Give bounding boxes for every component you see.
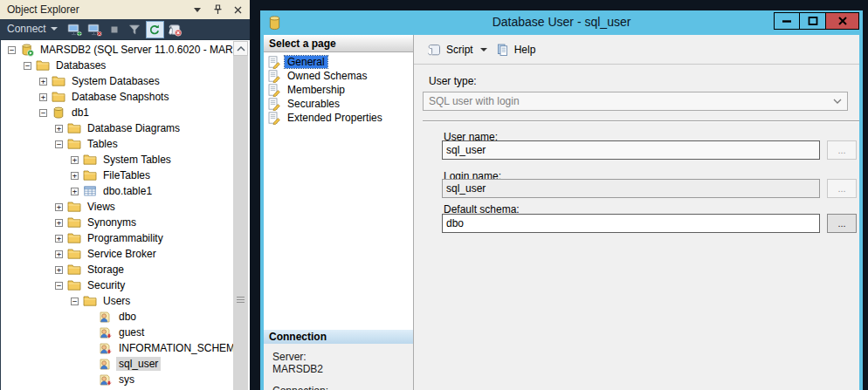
user-type-dropdown[interactable]: SQL user with login — [423, 92, 848, 111]
tree-item-users[interactable]: −Users — [1, 293, 234, 309]
expand-icon[interactable]: + — [55, 250, 63, 258]
page-item-securables[interactable]: Securables — [264, 97, 413, 111]
folder-icon — [67, 216, 81, 229]
tree-item-marsdb2-sql-server-11-0-6020-marsd[interactable]: −MARSDB2 (SQL Server 11.0.6020 - MARSD — [1, 42, 234, 58]
tree-item-label: Tables — [85, 137, 121, 151]
default-schema-browse-button[interactable]: ... — [827, 214, 857, 233]
user-off-icon — [99, 373, 113, 387]
tree-item-label: Synonyms — [85, 216, 139, 229]
tree-item-programmability[interactable]: +Programmability — [1, 230, 234, 246]
folder-icon — [67, 263, 81, 277]
database-user-dialog: Database User - sql_user Select a page G… — [260, 10, 863, 390]
tree-item-label: Users — [100, 294, 133, 308]
close-icon[interactable] — [232, 4, 243, 15]
tree-item-label: Views — [85, 200, 118, 214]
page-icon — [267, 97, 281, 111]
tree-item-label: System Tables — [100, 153, 174, 167]
maximize-button[interactable] — [800, 12, 826, 30]
help-button[interactable]: Help — [493, 40, 540, 59]
tree-item-filetables[interactable]: +FileTables — [1, 168, 234, 183]
tree-item-security[interactable]: −Security — [1, 277, 234, 293]
tree-item-label: INFORMATION_SCHEM — [116, 341, 234, 355]
tree-item-synonyms[interactable]: +Synonyms — [1, 215, 234, 230]
tree-item-label: Database Diagrams — [85, 121, 183, 135]
scroll-up-icon[interactable] — [233, 41, 248, 56]
tree-item-service-broker[interactable]: +Service Broker — [1, 246, 234, 262]
scrollbar-thumb[interactable] — [233, 56, 248, 390]
login-name-field — [442, 179, 820, 198]
expand-icon[interactable]: + — [55, 125, 63, 133]
script-button[interactable]: Script — [423, 40, 477, 59]
connection-header: Connection — [264, 330, 413, 344]
stop-icon — [106, 21, 124, 38]
close-button[interactable] — [826, 12, 859, 30]
tree-item-database-snapshots[interactable]: +Database Snapshots — [1, 89, 234, 105]
expand-icon[interactable]: + — [39, 93, 47, 101]
scrollbar-grip — [237, 297, 245, 303]
object-explorer-toolbar: Connect — [0, 19, 250, 40]
tree-item-database-diagrams[interactable]: +Database Diagrams — [1, 120, 234, 136]
collapse-icon[interactable]: − — [55, 140, 63, 148]
dialog-toolbar: Script Help — [414, 35, 859, 65]
tree-item-views[interactable]: +Views — [1, 199, 234, 215]
tree-item-label: dbo.table1 — [100, 184, 155, 198]
dialog-content: Script Help User type: SQL user with log… — [413, 35, 859, 390]
tree-item-label: guest — [116, 325, 147, 339]
expand-icon[interactable]: + — [55, 266, 63, 274]
user-type-label: User type: — [429, 75, 477, 87]
separator — [423, 120, 859, 122]
script-cancel-icon[interactable] — [166, 21, 184, 38]
page-item-owned-schemas[interactable]: Owned Schemas — [264, 69, 413, 83]
user-icon — [99, 357, 113, 371]
tree-item-system-tables[interactable]: +System Tables — [1, 152, 234, 168]
disconnect-server-icon[interactable] — [86, 21, 104, 38]
tree-item-sys[interactable]: sys — [1, 372, 234, 387]
tree-item-dbo-table1[interactable]: +dbo.table1 — [1, 183, 234, 199]
server-icon — [20, 43, 34, 57]
folder-icon — [83, 153, 97, 167]
tree-scrollbar[interactable] — [233, 41, 248, 390]
page-item-general[interactable]: General — [264, 55, 413, 69]
tree-item-databases[interactable]: −Databases — [1, 58, 234, 73]
tree-item-db1[interactable]: −db1 — [1, 105, 234, 120]
expand-icon[interactable]: + — [55, 219, 63, 227]
collapse-icon[interactable]: − — [24, 62, 31, 70]
refresh-icon[interactable] — [146, 21, 164, 38]
tree-item-information-schem[interactable]: INFORMATION_SCHEM — [1, 340, 234, 356]
collapse-icon[interactable]: − — [55, 282, 63, 290]
collapse-icon[interactable]: − — [71, 298, 79, 305]
connect-label: Connect — [7, 23, 46, 35]
user-name-field[interactable] — [442, 140, 820, 160]
default-schema-field[interactable] — [442, 214, 820, 233]
folder-icon — [83, 294, 97, 308]
pin-icon[interactable] — [212, 4, 223, 15]
page-item-label: Extended Properties — [285, 112, 385, 124]
user-type-value: SQL user with login — [429, 95, 833, 107]
tree-item-system-databases[interactable]: +System Databases — [1, 73, 234, 89]
expand-icon[interactable]: + — [39, 78, 47, 86]
expand-icon[interactable]: + — [55, 203, 63, 211]
tree-item-guest[interactable]: guest — [1, 325, 234, 340]
tree-item-storage[interactable]: +Storage — [1, 262, 234, 277]
page-item-membership[interactable]: Membership — [264, 83, 413, 97]
tree-item-tables[interactable]: −Tables — [1, 136, 234, 152]
script-dropdown-icon[interactable] — [480, 48, 487, 51]
connect-button[interactable]: Connect — [5, 21, 63, 38]
window-position-icon[interactable] — [192, 4, 203, 15]
folder-icon — [67, 278, 81, 292]
tree-item-label: sql_user — [116, 357, 161, 371]
collapse-icon[interactable]: − — [39, 109, 47, 117]
expand-icon[interactable]: + — [71, 172, 79, 180]
page-item-extended-properties[interactable]: Extended Properties — [264, 111, 413, 125]
tree-item-dbo[interactable]: dbo — [1, 309, 234, 325]
page-icon — [267, 111, 281, 125]
tree-item-sql-user[interactable]: sql_user — [1, 356, 234, 372]
connection-panel: Server: MARSDB2 Connection: — [264, 344, 413, 390]
connect-server-icon[interactable] — [65, 21, 84, 38]
minimize-button[interactable] — [774, 12, 800, 30]
expand-icon[interactable]: + — [71, 156, 79, 164]
expand-icon[interactable]: + — [55, 235, 63, 243]
expand-icon[interactable]: + — [71, 188, 79, 195]
collapse-icon[interactable]: − — [8, 46, 16, 54]
server-value: MARSDB2 — [272, 363, 413, 375]
